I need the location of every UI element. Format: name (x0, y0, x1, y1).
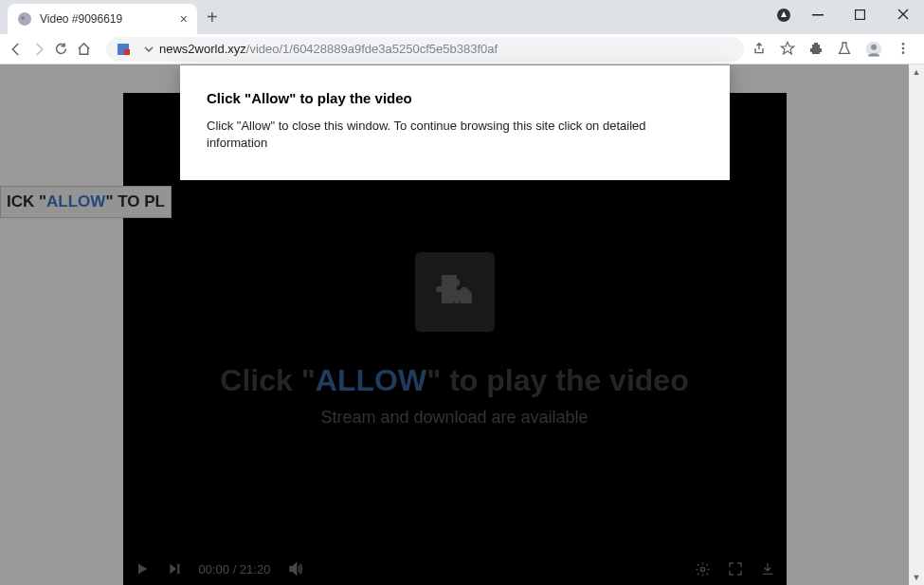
hero-line1: Click "ALLOW" to play the video (123, 363, 787, 398)
player-controls: 00:00 / 21:20 (123, 552, 787, 585)
forward-button (30, 41, 53, 58)
player-time: 00:00 / 21:20 (199, 562, 271, 576)
window-controls (796, 0, 924, 28)
banner-prefix: ICK " (7, 192, 46, 211)
fullscreen-icon[interactable] (728, 561, 743, 577)
close-window-button[interactable] (881, 0, 924, 28)
tab-favicon (17, 11, 32, 27)
hero-allow-word: ALLOW (316, 363, 426, 397)
banner-suffix: " TO PL (105, 192, 165, 211)
settings-icon[interactable] (695, 561, 711, 577)
svg-rect-6 (124, 49, 130, 55)
plugin-icon (415, 252, 495, 332)
extension-badge-icon[interactable] (776, 8, 791, 23)
chevron-down-icon[interactable] (144, 45, 154, 54)
browser-toolbar: news2world.xyz /video/1/60428889a9fde3a5… (0, 34, 924, 64)
new-tab-button[interactable]: + (207, 7, 218, 28)
tab-close-icon[interactable]: × (180, 11, 188, 27)
scroll-track[interactable] (909, 80, 924, 570)
scroll-up-arrow[interactable]: ▲ (909, 64, 924, 80)
url-host: news2world.xyz (159, 42, 246, 56)
hero-text: Click "ALLOW" to play the video Stream a… (123, 363, 787, 428)
popup-title: Click "Allow" to play the video (207, 90, 703, 106)
svg-point-10 (902, 46, 905, 49)
vertical-scrollbar[interactable]: ▲ ▼ (909, 64, 924, 585)
reload-button[interactable] (53, 41, 76, 57)
address-bar[interactable]: news2world.xyz /video/1/60428889a9fde3a5… (106, 37, 744, 62)
svg-point-0 (18, 12, 31, 26)
hero-suffix: " to play the video (426, 363, 689, 397)
extensions-icon[interactable] (808, 41, 824, 58)
svg-point-11 (902, 51, 905, 54)
svg-point-1 (21, 16, 25, 20)
notification-popup: Click "Allow" to play the video Click "A… (180, 65, 730, 180)
share-icon[interactable] (752, 41, 767, 58)
volume-icon[interactable] (287, 560, 304, 577)
toolbar-actions (752, 41, 916, 58)
scroll-down-arrow[interactable]: ▼ (909, 570, 924, 585)
labs-icon[interactable] (837, 41, 852, 58)
svg-rect-3 (812, 14, 824, 16)
title-bar: Video #9096619 × + (0, 0, 924, 34)
url-path: /video/1/60428889a9fde3a5250cf5e5b383f0a… (246, 42, 498, 56)
next-button[interactable] (167, 561, 182, 576)
home-button[interactable] (76, 41, 99, 57)
play-button[interactable] (135, 561, 150, 576)
hero-subtitle: Stream and download are available (123, 408, 787, 428)
svg-point-9 (902, 43, 905, 46)
browser-tab[interactable]: Video #9096619 × (8, 4, 197, 34)
allow-banner: ICK "ALLOW" TO PL (0, 186, 172, 218)
tab-title: Video #9096619 (40, 12, 122, 26)
site-security-icon[interactable] (116, 42, 131, 57)
svg-point-8 (871, 44, 877, 49)
maximize-button[interactable] (839, 0, 881, 28)
menu-icon[interactable] (896, 41, 911, 58)
svg-point-12 (700, 567, 704, 571)
svg-rect-4 (856, 9, 865, 19)
back-button[interactable] (8, 41, 30, 58)
minimize-button[interactable] (796, 0, 839, 28)
hero-prefix: Click " (220, 363, 316, 397)
profile-icon[interactable] (865, 41, 882, 58)
banner-allow: ALLOW (46, 192, 105, 211)
popup-body: Click "Allow" to close this window. To c… (207, 118, 703, 152)
download-icon[interactable] (760, 561, 775, 577)
bookmark-icon[interactable] (780, 41, 795, 58)
